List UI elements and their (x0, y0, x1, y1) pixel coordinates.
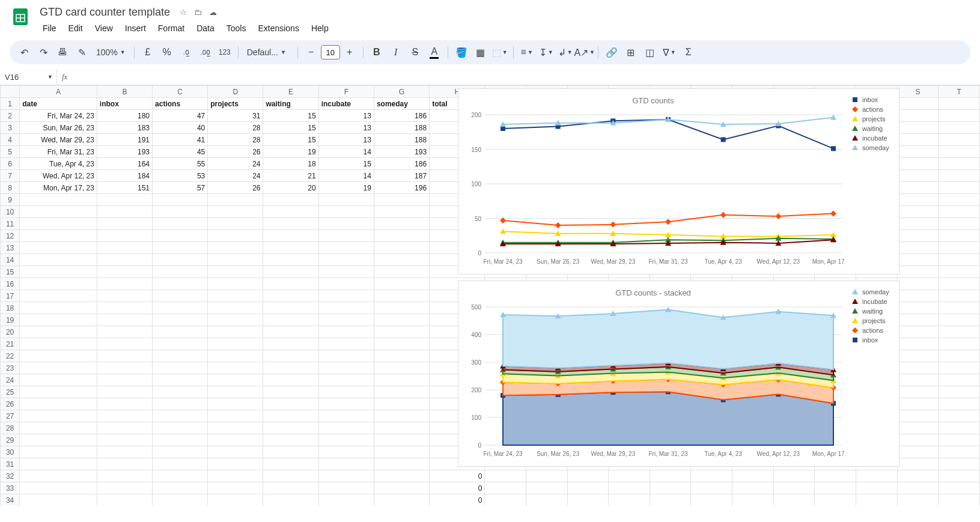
cell[interactable] (97, 218, 152, 230)
cell[interactable] (939, 302, 980, 314)
row-header[interactable]: 26 (1, 398, 20, 410)
cell[interactable] (374, 458, 429, 470)
cell[interactable] (208, 434, 263, 446)
cell[interactable] (153, 446, 208, 458)
cell[interactable] (939, 158, 980, 170)
cell[interactable] (20, 494, 97, 506)
cell[interactable] (939, 470, 980, 482)
chart-gtd-counts[interactable]: GTD counts 050100150200Fri, Mar 24, 23Su… (458, 88, 899, 275)
cell[interactable] (20, 254, 97, 266)
cell[interactable] (318, 458, 374, 470)
cell[interactable] (153, 422, 208, 434)
cell[interactable] (263, 458, 318, 470)
row-header[interactable]: 15 (1, 266, 20, 278)
text-wrap-button[interactable]: ↲▼ (557, 44, 574, 61)
cell[interactable] (318, 398, 374, 410)
zoom-dropdown[interactable]: 100%▼ (93, 47, 129, 57)
row-header[interactable]: 2 (1, 110, 20, 122)
cell[interactable] (20, 290, 97, 302)
print-button[interactable]: 🖶 (54, 44, 71, 61)
cell[interactable]: 0 (430, 470, 485, 482)
cell[interactable] (526, 470, 567, 482)
cell[interactable] (609, 494, 650, 506)
cell[interactable] (897, 170, 939, 182)
row-header[interactable]: 11 (1, 218, 20, 230)
row-header[interactable]: 12 (1, 230, 20, 242)
cell[interactable] (897, 254, 939, 266)
cell[interactable] (374, 362, 429, 374)
row-header[interactable]: 21 (1, 338, 20, 350)
font-family-dropdown[interactable]: Defaul...▼ (243, 47, 293, 57)
cell[interactable]: Mon, Apr 17, 23 (20, 182, 97, 194)
cell[interactable] (939, 278, 980, 290)
italic-button[interactable]: I (388, 44, 404, 61)
cell[interactable] (374, 494, 429, 506)
percent-button[interactable]: % (159, 44, 175, 61)
cell[interactable] (939, 98, 980, 110)
cell[interactable]: Wed, Mar 29, 23 (20, 134, 97, 146)
cell[interactable] (263, 254, 318, 266)
cell[interactable]: 196 (374, 182, 429, 194)
cell[interactable] (263, 410, 318, 422)
menu-format[interactable]: Format (153, 21, 190, 35)
cell[interactable] (318, 206, 374, 218)
cell[interactable] (208, 266, 263, 278)
cell[interactable]: someday (374, 98, 429, 110)
cell[interactable] (318, 494, 374, 506)
cell[interactable] (208, 230, 263, 242)
cell[interactable]: 13 (318, 110, 374, 122)
row-header[interactable]: 22 (1, 350, 20, 362)
cell[interactable] (732, 470, 774, 482)
cell[interactable] (153, 410, 208, 422)
cell[interactable] (567, 494, 609, 506)
cell[interactable] (939, 194, 980, 206)
cell[interactable] (897, 314, 939, 326)
menu-edit[interactable]: Edit (63, 21, 88, 35)
cell[interactable] (773, 482, 815, 494)
cell[interactable]: 40 (153, 122, 208, 134)
cell[interactable] (897, 134, 939, 146)
cell[interactable] (939, 242, 980, 254)
name-box[interactable]: V16▼ (1, 73, 56, 82)
cell[interactable] (208, 422, 263, 434)
cell[interactable] (97, 458, 152, 470)
cell[interactable] (153, 338, 208, 350)
cell[interactable] (897, 410, 939, 422)
cell[interactable] (318, 326, 374, 338)
cell[interactable] (691, 482, 732, 494)
cell[interactable] (263, 434, 318, 446)
cell[interactable] (153, 362, 208, 374)
cell[interactable] (650, 482, 691, 494)
cell[interactable] (97, 362, 152, 374)
cell[interactable] (897, 422, 939, 434)
cell[interactable] (97, 254, 152, 266)
cell[interactable] (815, 494, 856, 506)
cell[interactable] (815, 470, 856, 482)
cell[interactable] (97, 194, 152, 206)
cell[interactable] (208, 338, 263, 350)
cell[interactable] (20, 374, 97, 386)
cell[interactable] (20, 242, 97, 254)
merge-cells-button[interactable]: ⬚▼ (492, 44, 508, 61)
cell[interactable] (318, 470, 374, 482)
move-icon[interactable]: 🗀 (194, 8, 202, 17)
cell[interactable] (374, 290, 429, 302)
cell[interactable] (153, 434, 208, 446)
cell[interactable] (567, 482, 609, 494)
cell[interactable] (526, 494, 567, 506)
cell[interactable] (939, 110, 980, 122)
cell[interactable] (897, 218, 939, 230)
cell[interactable] (856, 482, 897, 494)
row-header[interactable]: 16 (1, 278, 20, 290)
cell[interactable] (263, 290, 318, 302)
cell[interactable]: Tue, Apr 4, 23 (20, 158, 97, 170)
cell[interactable] (318, 194, 374, 206)
insert-chart-button[interactable]: ◫ (642, 44, 659, 61)
cell[interactable] (20, 194, 97, 206)
cell[interactable]: 15 (263, 110, 318, 122)
row-header[interactable]: 32 (1, 470, 20, 482)
cell[interactable] (97, 242, 152, 254)
menu-insert[interactable]: Insert (120, 21, 151, 35)
cell[interactable] (263, 302, 318, 314)
cell[interactable] (318, 350, 374, 362)
